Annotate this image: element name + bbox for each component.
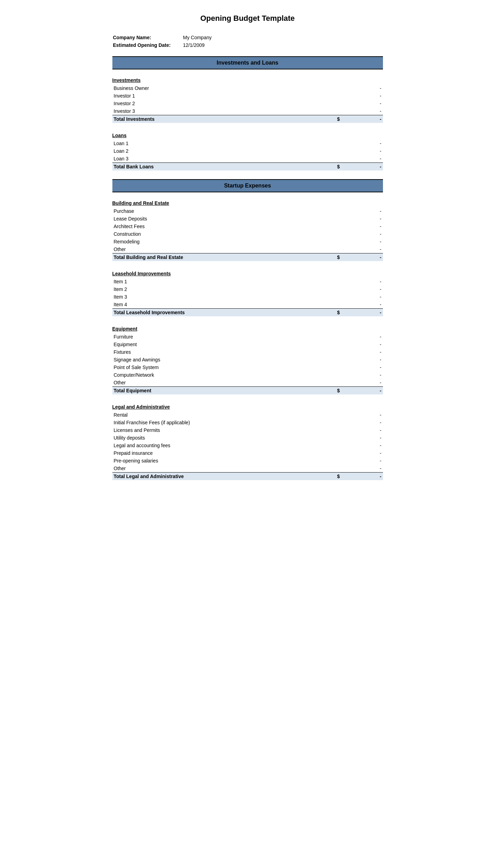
row-currency [321,301,341,309]
section-header-investments-loans: Investments and Loans [112,56,383,69]
table-row: Loan 2- [112,147,383,155]
row-currency [321,245,341,253]
row-value: - [341,348,383,356]
table-row: Construction- [112,230,383,238]
row-currency [321,364,341,371]
budget-content: Investments and LoansInvestmentsBusiness… [112,56,383,480]
subsection-investments: InvestmentsBusiness Owner-Investor 1-Inv… [112,75,383,123]
row-value: - [341,426,383,434]
table-row: Initial Franchise Fees (if applicable)- [112,419,383,426]
row-value: - [341,155,383,163]
row-label: Furniture [112,333,321,341]
row-label: Signage and Awnings [112,356,321,364]
date-value: 12/1/2009 [183,42,382,49]
table-leasehold: Item 1-Item 2-Item 3-Item 4-Total Leaseh… [112,278,383,316]
meta-info: Company Name: My Company Estimated Openi… [112,33,383,49]
row-currency [321,333,341,341]
row-value: - [341,379,383,387]
total-value: - [341,163,383,171]
total-row-loans: Total Bank Loans$- [112,163,383,171]
table-row: Legal and accounting fees- [112,442,383,449]
row-value: - [341,364,383,371]
row-currency [321,379,341,387]
subsection-leasehold: Leasehold ImprovementsItem 1-Item 2-Item… [112,268,383,316]
row-label: Loan 2 [112,147,321,155]
subsection-title-equipment: Equipment [112,323,383,333]
total-value: - [341,309,383,317]
row-currency [321,434,341,442]
row-label: Loan 3 [112,155,321,163]
company-label: Company Name: [113,34,182,41]
subsection-title-building: Building and Real Estate [112,198,383,207]
total-label: Total Equipment [112,387,321,395]
row-value: - [341,465,383,473]
row-label: Investor 1 [112,92,321,100]
table-row: Item 4- [112,301,383,309]
table-loans: Loan 1-Loan 2-Loan 3-Total Bank Loans$- [112,140,383,170]
total-row-building: Total Building and Real Estate$- [112,253,383,261]
row-value: - [341,147,383,155]
table-row: Item 1- [112,278,383,285]
row-currency [321,341,341,348]
row-label: Other [112,465,321,473]
table-row: Architect Fees- [112,223,383,230]
total-value: - [341,115,383,123]
total-label: Total Building and Real Estate [112,253,321,261]
row-currency [321,238,341,245]
row-value: - [341,207,383,215]
row-label: Point of Sale System [112,364,321,371]
row-value: - [341,107,383,115]
table-row: Pre-opening salaries- [112,457,383,465]
table-row: Investor 3- [112,107,383,115]
table-row: Furniture- [112,333,383,341]
total-currency: $ [321,473,341,481]
row-label: Item 1 [112,278,321,285]
table-row: Point of Sale System- [112,364,383,371]
total-label: Total Investments [112,115,321,123]
table-row: Remodeling- [112,238,383,245]
row-value: - [341,223,383,230]
table-row: Investor 1- [112,92,383,100]
row-label: Licenses and Permits [112,426,321,434]
total-currency: $ [321,115,341,123]
row-currency [321,285,341,293]
row-label: Investor 2 [112,100,321,107]
row-currency [321,293,341,301]
row-value: - [341,285,383,293]
row-value: - [341,442,383,449]
row-currency [321,107,341,115]
row-currency [321,215,341,223]
row-label: Item 2 [112,285,321,293]
row-currency [321,155,341,163]
table-row: Loan 1- [112,140,383,147]
row-value: - [341,293,383,301]
table-row: Other- [112,379,383,387]
subsection-title-leasehold: Leasehold Improvements [112,268,383,278]
row-label: Business Owner [112,84,321,92]
row-label: Legal and accounting fees [112,442,321,449]
table-row: Other- [112,245,383,253]
row-label: Utility deposits [112,434,321,442]
row-currency [321,465,341,473]
row-currency [321,371,341,379]
total-row-legal: Total Legal and Administrative$- [112,473,383,481]
subsection-legal: Legal and AdministrativeRental-Initial F… [112,401,383,480]
row-value: - [341,238,383,245]
table-row: Investor 2- [112,100,383,107]
table-row: Computer/Network- [112,371,383,379]
row-label: Pre-opening salaries [112,457,321,465]
total-currency: $ [321,253,341,261]
row-label: Item 3 [112,293,321,301]
row-label: Investor 3 [112,107,321,115]
row-currency [321,230,341,238]
table-row: Prepaid insurance- [112,449,383,457]
row-value: - [341,215,383,223]
table-row: Business Owner- [112,84,383,92]
section-header-startup-expenses: Startup Expenses [112,179,383,192]
row-currency [321,348,341,356]
row-value: - [341,341,383,348]
table-row: Fixtures- [112,348,383,356]
total-currency: $ [321,309,341,317]
total-label: Total Bank Loans [112,163,321,171]
section-startup-expenses: Startup ExpensesBuilding and Real Estate… [112,179,383,480]
